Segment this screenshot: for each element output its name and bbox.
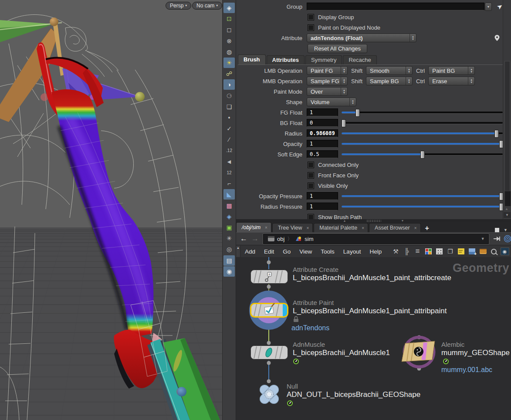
lmb-shift-dropdown[interactable]: Smooth ▲▼ — [366, 66, 413, 75]
attribute-dropdown[interactable]: adnTendons (Float) ▲▼ — [307, 34, 416, 42]
fg-float-slider[interactable] — [342, 108, 503, 116]
pane-tab-obj-sim[interactable]: /obj/sim × — [236, 222, 271, 232]
display-group-checkbox[interactable] — [308, 14, 314, 20]
prim-markers-icon[interactable]: ◄ — [223, 156, 235, 167]
path-field[interactable]: obj 〉 sim ▼ — [263, 234, 489, 244]
parameter-scrollbar[interactable]: ▲ ▼ — [503, 0, 511, 219]
list-view-icon[interactable]: ≡ — [413, 247, 422, 256]
opacity-pressure-slider[interactable] — [342, 192, 503, 200]
scrollbar-thumb[interactable] — [504, 191, 511, 207]
sticky-note-icon[interactable] — [457, 247, 466, 256]
tools-wrench-icon[interactable]: ⚒ — [391, 247, 400, 256]
soft-edge-input[interactable]: 0.5 — [307, 150, 338, 158]
node-attribcreate[interactable]: + — [250, 269, 288, 285]
search-icon[interactable] — [489, 247, 498, 256]
uv-overlay-icon[interactable]: ▩ — [223, 200, 235, 211]
select-arrow-icon[interactable]: ➤ — [495, 2, 503, 11]
reset-all-changes-button[interactable]: Reset All Changes — [308, 44, 367, 53]
tree-hierarchy-icon[interactable]: ╠ — [402, 247, 411, 256]
pane-tab-tree-view[interactable]: Tree View × — [272, 223, 313, 232]
olive-joint-sphere[interactable] — [135, 92, 145, 102]
ghost-objects-icon[interactable]: ❏ — [223, 102, 235, 112]
scroll-up-icon[interactable]: ▲ — [505, 207, 508, 211]
menu-layout[interactable]: Layout — [339, 248, 365, 255]
lmb-primary-dropdown[interactable]: Paint FG ▲▼ — [307, 66, 348, 75]
collapse-down-icon[interactable]: ▼ — [401, 219, 404, 222]
slider-handle[interactable] — [494, 130, 499, 138]
network-editor[interactable]: Geometry — [236, 257, 511, 420]
high-quality-shading-icon[interactable]: ◑ — [223, 79, 235, 90]
visibility-icon[interactable]: ⚆ — [223, 91, 235, 101]
mmb-shift-dropdown[interactable]: Sample BG ▲▼ — [366, 77, 413, 85]
lock-icon[interactable]: ◻ — [223, 24, 235, 35]
close-icon[interactable]: × — [362, 226, 364, 230]
display-options-icon[interactable]: ◈ — [223, 211, 235, 222]
path-segment-obj[interactable]: obj — [265, 236, 287, 242]
close-icon[interactable]: × — [307, 226, 309, 230]
mmb-primary-dropdown[interactable]: Sample FG ▲▼ — [307, 77, 348, 85]
particle-display-icon[interactable]: ✳ — [223, 233, 235, 244]
pane-divider[interactable]: ▲ ▼ — [236, 219, 511, 222]
pin-pane-icon[interactable] — [493, 236, 500, 242]
new-tab-button[interactable]: + — [425, 224, 429, 232]
paint-on-displayed-checkbox[interactable] — [308, 24, 314, 31]
radial-menu-icon[interactable] — [504, 235, 511, 243]
gallery-basket-icon[interactable] — [478, 247, 487, 256]
close-icon[interactable]: × — [414, 226, 417, 230]
group-input[interactable] — [307, 3, 484, 10]
menu-view[interactable]: View — [295, 248, 316, 255]
location-pin-icon[interactable] — [494, 34, 500, 41]
visible-only-checkbox[interactable] — [308, 183, 314, 189]
pane-menu-icon[interactable]: ▼ — [504, 228, 508, 232]
collapse-up-icon[interactable]: ▲ — [343, 219, 346, 222]
slider-handle[interactable] — [420, 151, 425, 159]
snap-options-icon[interactable]: ◍ — [223, 47, 235, 57]
radius-pressure-slider[interactable] — [342, 203, 503, 210]
path-segment-sim[interactable]: sim — [292, 236, 316, 242]
select-mode-icon[interactable]: ◈ — [223, 3, 235, 13]
menu-help[interactable]: Help — [365, 248, 386, 255]
slider-handle[interactable] — [342, 119, 346, 127]
snapshot-icon[interactable]: ▤ — [223, 255, 235, 266]
bg-float-slider[interactable] — [342, 119, 503, 127]
prim-normals-icon[interactable]: ◣ — [223, 189, 235, 200]
slider-handle[interactable] — [499, 193, 503, 200]
show-handles-icon[interactable]: ⊡ — [223, 14, 235, 24]
maximize-pane-icon[interactable] — [495, 228, 499, 232]
camera-select-button[interactable]: No cam ▾ — [192, 2, 222, 10]
pane-tab-asset-browser[interactable]: Asset Browser × — [369, 223, 420, 232]
opacity-input[interactable]: 1 — [307, 140, 338, 148]
show-brush-path-checkbox[interactable] — [308, 214, 314, 220]
tab-recache[interactable]: Recache — [343, 55, 376, 64]
viewport-3d[interactable]: Persp ▾ No cam ▾ — [0, 0, 223, 420]
point-markers-icon[interactable]: ✓ — [223, 123, 235, 134]
dotted-grid-icon[interactable] — [435, 247, 444, 256]
point-normals-icon[interactable]: ∕ — [223, 134, 235, 145]
radius-input[interactable]: 0.986089 — [307, 129, 338, 137]
secure-selection-icon[interactable]: ⊗ — [223, 36, 235, 46]
menu-tools[interactable]: Tools — [316, 248, 339, 255]
prim-hulls-icon[interactable]: ⌐ — [223, 178, 235, 189]
scene-options-icon[interactable]: ◎ — [223, 244, 235, 254]
brown-joint-sphere[interactable] — [50, 17, 58, 26]
tab-attributes[interactable]: Attributes — [267, 55, 305, 64]
opacity-slider[interactable] — [342, 140, 503, 148]
prim-numbers-icon[interactable]: 12 — [223, 167, 235, 178]
opacity-pressure-input[interactable]: 1 — [307, 192, 338, 200]
menu-go[interactable]: Go — [278, 248, 295, 255]
soft-edge-slider[interactable] — [342, 150, 503, 158]
menu-edit[interactable]: Edit — [260, 248, 278, 255]
close-icon[interactable]: × — [265, 225, 267, 230]
divider-grip-icon[interactable] — [366, 220, 381, 222]
lmb-ctrl-dropdown[interactable]: Paint BG ▲▼ — [428, 66, 475, 75]
node-null[interactable] — [254, 380, 284, 409]
camera-persp-button[interactable]: Persp ▾ — [166, 2, 191, 10]
menu-add[interactable]: Add — [240, 248, 260, 255]
viewport-canvas[interactable] — [0, 0, 223, 420]
color-palette-icon[interactable] — [424, 247, 433, 256]
headlight-icon[interactable]: ☍ — [223, 68, 235, 79]
node-adnmuscle[interactable] — [250, 345, 288, 360]
point-numbers-icon[interactable]: .12 — [223, 146, 235, 156]
bg-float-input[interactable]: 0 — [307, 119, 338, 127]
node-file-link[interactable]: mummy.001.abc — [441, 366, 492, 374]
